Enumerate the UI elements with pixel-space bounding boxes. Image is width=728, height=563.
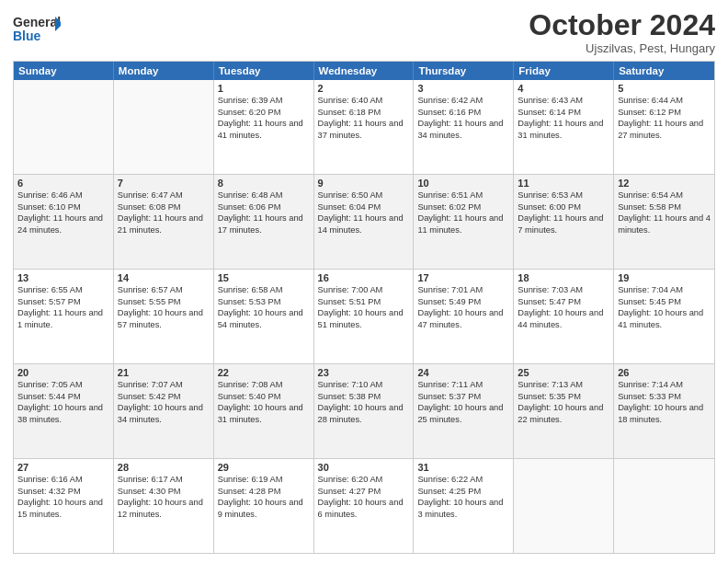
sunset-text: Sunset: 5:33 PM	[618, 391, 711, 403]
day-number: 6	[17, 178, 109, 189]
day-cell-7: 7Sunrise: 6:47 AMSunset: 6:08 PMDaylight…	[114, 175, 214, 269]
sunrise-text: Sunrise: 7:00 AM	[318, 284, 410, 296]
empty-cell-0-1	[114, 80, 214, 174]
page: General Blue October 2024 Ujszilvas, Pes…	[0, 0, 728, 563]
daylight-text: Daylight: 10 hours and 54 minutes.	[218, 307, 310, 330]
daylight-text: Daylight: 11 hours and 11 minutes.	[417, 213, 509, 236]
day-number: 4	[518, 83, 609, 94]
day-cell-9: 9Sunrise: 6:50 AMSunset: 6:04 PMDaylight…	[314, 175, 415, 269]
day-cell-29: 29Sunrise: 6:19 AMSunset: 4:28 PMDayligh…	[214, 459, 314, 553]
day-cell-19: 19Sunrise: 7:04 AMSunset: 5:45 PMDayligh…	[614, 270, 714, 363]
day-number: 22	[218, 367, 310, 378]
day-number: 26	[618, 367, 711, 378]
sunset-text: Sunset: 5:40 PM	[218, 391, 310, 403]
week-row-4: 27Sunrise: 6:16 AMSunset: 4:32 PMDayligh…	[14, 458, 714, 553]
sunrise-text: Sunrise: 6:46 AM	[17, 190, 109, 201]
svg-text:Blue: Blue	[13, 29, 41, 43]
sunset-text: Sunset: 5:55 PM	[118, 296, 210, 308]
sunrise-text: Sunrise: 6:42 AM	[417, 95, 509, 107]
day-number: 24	[417, 367, 509, 378]
calendar-body: 1Sunrise: 6:39 AMSunset: 6:20 PMDaylight…	[14, 80, 714, 553]
sunset-text: Sunset: 4:30 PM	[118, 486, 210, 498]
day-number: 15	[218, 272, 310, 283]
day-cell-14: 14Sunrise: 6:57 AMSunset: 5:55 PMDayligh…	[114, 270, 214, 363]
day-cell-18: 18Sunrise: 7:03 AMSunset: 5:47 PMDayligh…	[514, 270, 614, 363]
sunset-text: Sunset: 5:51 PM	[318, 296, 410, 308]
daylight-text: Daylight: 10 hours and 41 minutes.	[618, 307, 711, 330]
sunrise-text: Sunrise: 6:43 AM	[518, 95, 609, 107]
calendar-header: SundayMondayTuesdayWednesdayThursdayFrid…	[14, 62, 714, 80]
daylight-text: Daylight: 10 hours and 9 minutes.	[218, 497, 310, 520]
day-number: 29	[218, 462, 310, 473]
sunrise-text: Sunrise: 6:58 AM	[218, 284, 310, 296]
sunrise-text: Sunrise: 7:11 AM	[417, 379, 509, 391]
sunset-text: Sunset: 6:00 PM	[518, 201, 609, 213]
sunrise-text: Sunrise: 6:16 AM	[17, 474, 109, 486]
sunset-text: Sunset: 6:04 PM	[318, 201, 410, 213]
sunset-text: Sunset: 5:42 PM	[118, 391, 210, 403]
sunrise-text: Sunrise: 6:55 AM	[17, 284, 109, 296]
daylight-text: Daylight: 10 hours and 28 minutes.	[318, 402, 410, 425]
day-cell-3: 3Sunrise: 6:42 AMSunset: 6:16 PMDaylight…	[414, 80, 514, 174]
daylight-text: Daylight: 11 hours and 27 minutes.	[618, 118, 711, 141]
header-day-thursday: Thursday	[414, 62, 514, 80]
empty-cell-0-0	[14, 80, 114, 174]
day-number: 23	[318, 367, 410, 378]
daylight-text: Daylight: 10 hours and 47 minutes.	[417, 307, 509, 330]
empty-cell-4-5	[514, 459, 614, 553]
day-cell-23: 23Sunrise: 7:10 AMSunset: 5:38 PMDayligh…	[314, 364, 415, 458]
day-number: 14	[118, 272, 210, 283]
day-number: 8	[218, 178, 310, 189]
day-cell-2: 2Sunrise: 6:40 AMSunset: 6:18 PMDaylight…	[314, 80, 415, 174]
header-day-tuesday: Tuesday	[214, 62, 314, 80]
sunset-text: Sunset: 6:10 PM	[17, 201, 109, 213]
daylight-text: Daylight: 10 hours and 12 minutes.	[118, 497, 210, 520]
sunrise-text: Sunrise: 7:14 AM	[618, 379, 711, 391]
day-number: 25	[518, 367, 609, 378]
daylight-text: Daylight: 10 hours and 57 minutes.	[118, 307, 210, 330]
day-cell-30: 30Sunrise: 6:20 AMSunset: 4:27 PMDayligh…	[314, 459, 415, 553]
sunset-text: Sunset: 6:06 PM	[218, 201, 310, 213]
sunrise-text: Sunrise: 6:53 AM	[518, 190, 609, 201]
day-cell-28: 28Sunrise: 6:17 AMSunset: 4:30 PMDayligh…	[114, 459, 214, 553]
logo-graphic: General Blue	[13, 13, 61, 46]
sunset-text: Sunset: 6:16 PM	[417, 107, 509, 119]
day-number: 13	[17, 272, 109, 283]
day-cell-20: 20Sunrise: 7:05 AMSunset: 5:44 PMDayligh…	[14, 364, 114, 458]
sunset-text: Sunset: 6:20 PM	[218, 107, 310, 119]
header-day-wednesday: Wednesday	[314, 62, 415, 80]
sunrise-text: Sunrise: 7:03 AM	[518, 284, 609, 296]
sunset-text: Sunset: 4:32 PM	[17, 486, 109, 498]
sunrise-text: Sunrise: 6:17 AM	[118, 474, 210, 486]
header: General Blue October 2024 Ujszilvas, Pes…	[13, 9, 715, 55]
daylight-text: Daylight: 11 hours and 1 minute.	[17, 307, 109, 330]
sunrise-text: Sunrise: 6:51 AM	[417, 190, 509, 201]
sunset-text: Sunset: 5:47 PM	[518, 296, 609, 308]
sunrise-text: Sunrise: 6:39 AM	[218, 95, 310, 107]
sunset-text: Sunset: 6:02 PM	[417, 201, 509, 213]
day-cell-26: 26Sunrise: 7:14 AMSunset: 5:33 PMDayligh…	[614, 364, 714, 458]
day-number: 9	[318, 178, 410, 189]
sunset-text: Sunset: 5:44 PM	[17, 391, 109, 403]
header-day-friday: Friday	[514, 62, 614, 80]
day-number: 17	[417, 272, 509, 283]
day-cell-1: 1Sunrise: 6:39 AMSunset: 6:20 PMDaylight…	[214, 80, 314, 174]
sunset-text: Sunset: 6:12 PM	[618, 107, 711, 119]
week-row-2: 13Sunrise: 6:55 AMSunset: 5:57 PMDayligh…	[14, 269, 714, 363]
day-cell-21: 21Sunrise: 7:07 AMSunset: 5:42 PMDayligh…	[114, 364, 214, 458]
day-number: 12	[618, 178, 711, 189]
daylight-text: Daylight: 11 hours and 31 minutes.	[518, 118, 609, 141]
daylight-text: Daylight: 11 hours and 41 minutes.	[218, 118, 310, 141]
sunrise-text: Sunrise: 6:48 AM	[218, 190, 310, 201]
sunrise-text: Sunrise: 7:04 AM	[618, 284, 711, 296]
sunrise-text: Sunrise: 6:57 AM	[118, 284, 210, 296]
sunset-text: Sunset: 5:57 PM	[17, 296, 109, 308]
daylight-text: Daylight: 10 hours and 18 minutes.	[618, 402, 711, 425]
day-number: 27	[17, 462, 109, 473]
day-cell-12: 12Sunrise: 6:54 AMSunset: 5:58 PMDayligh…	[614, 175, 714, 269]
day-cell-17: 17Sunrise: 7:01 AMSunset: 5:49 PMDayligh…	[414, 270, 514, 363]
day-cell-16: 16Sunrise: 7:00 AMSunset: 5:51 PMDayligh…	[314, 270, 415, 363]
sunrise-text: Sunrise: 7:08 AM	[218, 379, 310, 391]
day-number: 11	[518, 178, 609, 189]
daylight-text: Daylight: 10 hours and 15 minutes.	[17, 497, 109, 520]
